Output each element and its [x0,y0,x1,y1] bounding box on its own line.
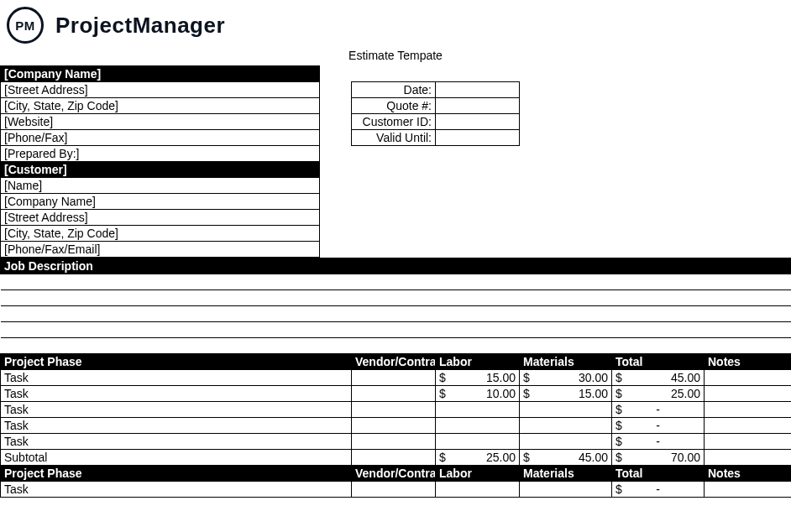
label-validuntil: Valid Until: [352,130,436,146]
job-description-header: Job Description [1,258,792,274]
customer-name[interactable]: [Name] [1,178,320,194]
cell-phase[interactable]: Task [1,402,352,418]
value-date[interactable] [436,82,520,98]
cell-total[interactable]: $- [612,418,705,434]
subtotal-label: Subtotal [1,450,352,466]
cell-vendor[interactable] [352,482,436,498]
col-labor: Labor [436,466,520,482]
cell-total[interactable]: $- [612,434,705,450]
cell-notes[interactable] [705,370,792,386]
cell-labor[interactable]: $10.00 [436,386,520,402]
job-desc-line[interactable] [1,290,792,306]
cell-phase[interactable]: Task [1,386,352,402]
cell-labor[interactable] [436,482,520,498]
phase-header-row: Project Phase Vendor/Contractor Labor Ma… [1,466,792,482]
customer-street[interactable]: [Street Address] [1,210,320,226]
col-total: Total [612,354,705,370]
subtotal-materials: $45.00 [520,450,612,466]
document-title: Estimate Tempate [0,47,791,65]
cell-phase[interactable]: Task [1,482,352,498]
job-desc-line[interactable] [1,274,792,290]
company-city[interactable]: [City, State, Zip Code] [1,98,320,114]
company-meta-block: [Company Name] [Street Address] Date: [C… [0,65,599,258]
cell-phase[interactable]: Task [1,434,352,450]
subtotal-labor: $25.00 [436,450,520,466]
job-desc-line[interactable] [1,322,792,338]
table-row: Task $- [1,434,792,450]
brand-header: PM ProjectManager [0,0,791,47]
cell-labor[interactable] [436,434,520,450]
col-materials: Materials [520,354,612,370]
cell-phase[interactable]: Task [1,418,352,434]
company-prepared[interactable]: [Prepared By:] [1,146,320,162]
cell-labor[interactable] [436,418,520,434]
company-phone[interactable]: [Phone/Fax] [1,130,320,146]
cell-labor[interactable] [436,402,520,418]
job-desc-line[interactable] [1,306,792,322]
col-labor: Labor [436,354,520,370]
cell-notes[interactable] [705,434,792,450]
cell-vendor[interactable] [352,402,436,418]
main-sheet: Job Description Project Phase Vendor/Con… [0,258,791,498]
table-row: Task $15.00 $30.00 $45.00 [1,370,792,386]
col-vendor: Vendor/Contractor [352,466,436,482]
logo-badge-icon: PM [7,7,44,44]
col-vendor: Vendor/Contractor [352,354,436,370]
cell-vendor[interactable] [352,418,436,434]
col-materials: Materials [520,466,612,482]
cell-materials[interactable] [520,434,612,450]
company-header: [Company Name] [1,66,320,82]
cell-materials[interactable]: $30.00 [520,370,612,386]
col-phase: Project Phase [1,466,352,482]
cell-materials[interactable] [520,402,612,418]
customer-header: [Customer] [1,162,320,178]
cell-materials[interactable] [520,482,612,498]
cell-phase[interactable]: Task [1,370,352,386]
table-row: Task $- [1,402,792,418]
subtotal-total: $70.00 [612,450,705,466]
cell-labor[interactable]: $15.00 [436,370,520,386]
cell-notes[interactable] [705,418,792,434]
value-validuntil[interactable] [436,130,520,146]
cell-materials[interactable]: $15.00 [520,386,612,402]
value-customerid[interactable] [436,114,520,130]
label-date: Date: [352,82,436,98]
cell-total[interactable]: $25.00 [612,386,705,402]
cell-notes[interactable] [705,482,792,498]
label-quote: Quote #: [352,98,436,114]
cell-vendor[interactable] [352,386,436,402]
col-notes: Notes [705,354,792,370]
customer-city[interactable]: [City, State, Zip Code] [1,226,320,242]
subtotal-row: Subtotal $25.00 $45.00 $70.00 [1,450,792,466]
phase-header-row: Project Phase Vendor/Contractor Labor Ma… [1,354,792,370]
cell-notes[interactable] [705,386,792,402]
table-row: Task $10.00 $15.00 $25.00 [1,386,792,402]
table-row: Task $- [1,482,792,498]
brand-name: ProjectManager [55,13,225,39]
col-notes: Notes [705,466,792,482]
company-website[interactable]: [Website] [1,114,320,130]
col-phase: Project Phase [1,354,352,370]
customer-company[interactable]: [Company Name] [1,194,320,210]
cell-total[interactable]: $45.00 [612,370,705,386]
subtotal-vendor [352,450,436,466]
col-total: Total [612,466,705,482]
label-customerid: Customer ID: [352,114,436,130]
company-street[interactable]: [Street Address] [1,82,320,98]
table-row: Task $- [1,418,792,434]
subtotal-notes [705,450,792,466]
value-quote[interactable] [436,98,520,114]
cell-notes[interactable] [705,402,792,418]
cell-vendor[interactable] [352,434,436,450]
cell-vendor[interactable] [352,370,436,386]
customer-contact[interactable]: [Phone/Fax/Email] [1,242,320,258]
cell-materials[interactable] [520,418,612,434]
cell-total[interactable]: $- [612,402,705,418]
cell-total[interactable]: $- [612,482,705,498]
